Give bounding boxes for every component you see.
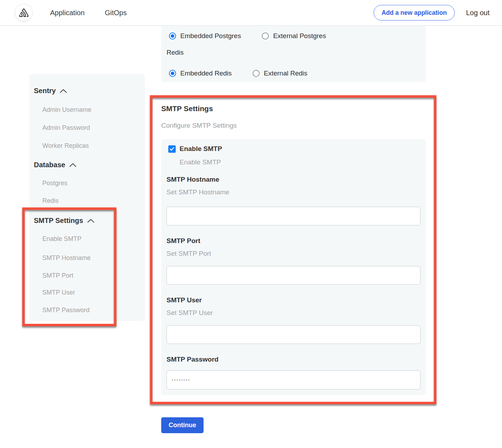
sidebar-group-database[interactable]: Database (34, 161, 77, 169)
sentry-logo-icon (19, 8, 29, 17)
smtp-password-label: SMTP Password (167, 356, 218, 363)
nav-application[interactable]: Application (50, 0, 85, 25)
sidebar-item-worker-replicas[interactable]: Worker Replicas (42, 142, 89, 150)
smtp-hostname-input[interactable] (167, 207, 421, 225)
redis-radio-group: Embedded Redis External Redis (169, 69, 307, 78)
smtp-section-title: SMTP Settings (161, 104, 213, 113)
smtp-hostname-label: SMTP Hostname (167, 176, 219, 183)
sidebar-item-postgres[interactable]: Postgres (42, 180, 67, 187)
smtp-port-helper: Set SMTP Port (167, 250, 211, 258)
embedded-postgres-radio[interactable] (169, 32, 176, 40)
sidebar-group-smtp-label: SMTP Settings (34, 217, 83, 225)
page: Application GitOps Add a new application… (0, 0, 502, 448)
sidebar-item-admin-username[interactable]: Admin Username (42, 106, 91, 114)
smtp-user-label: SMTP User (167, 296, 202, 304)
smtp-port-label: SMTP Port (167, 237, 200, 245)
smtp-settings-card: Enable SMTP Enable SMTP SMTP Hostname Se… (161, 139, 426, 395)
enable-smtp-helper: Enable SMTP (180, 158, 221, 166)
logout-link[interactable]: Log out (466, 0, 490, 25)
smtp-password-input[interactable] (167, 370, 421, 389)
chevron-up-icon (87, 219, 95, 223)
nav-gitops[interactable]: GitOps (105, 0, 127, 25)
smtp-section-subtitle: Configure SMTP Settings (161, 122, 237, 129)
sidebar-item-redis[interactable]: Redis (42, 197, 59, 205)
smtp-hostname-helper: Set SMTP Hostname (167, 188, 229, 196)
database-config-card: Embedded Postgres External Postgres Redi… (161, 26, 426, 82)
embedded-redis-label[interactable]: Embedded Redis (180, 69, 232, 77)
redis-group-label: Redis (167, 49, 184, 56)
sidebar-item-smtp-user[interactable]: SMTP User (42, 289, 75, 296)
sidebar-item-smtp-password[interactable]: SMTP Password (42, 307, 90, 314)
sidebar-item-smtp-hostname[interactable]: SMTP Hostname (42, 254, 91, 262)
add-new-application-button[interactable]: Add a new application (374, 5, 455, 20)
sidebar-item-enable-smtp[interactable]: Enable SMTP (42, 235, 81, 243)
checkmark-icon (170, 147, 174, 151)
top-nav-bar: Application GitOps Add a new application… (0, 0, 502, 26)
app-logo[interactable] (15, 4, 32, 22)
postgres-radio-group: Embedded Postgres External Postgres (169, 32, 326, 40)
sidebar-group-sentry-label: Sentry (34, 87, 56, 95)
enable-smtp-checkbox[interactable] (168, 145, 176, 153)
continue-button[interactable]: Continue (161, 417, 204, 433)
external-postgres-radio[interactable] (262, 32, 269, 40)
smtp-port-input[interactable] (167, 266, 421, 285)
external-redis-label[interactable]: External Redis (264, 69, 308, 77)
sidebar-group-database-label: Database (34, 161, 65, 169)
external-redis-radio[interactable] (253, 70, 260, 77)
embedded-redis-radio[interactable] (169, 70, 176, 77)
sidebar-item-admin-password[interactable]: Admin Password (42, 124, 90, 132)
external-postgres-label[interactable]: External Postgres (273, 32, 326, 40)
sidebar-group-smtp-settings[interactable]: SMTP Settings (34, 217, 95, 225)
enable-smtp-label[interactable]: Enable SMTP (180, 145, 222, 153)
embedded-postgres-label[interactable]: Embedded Postgres (180, 32, 241, 40)
smtp-user-input[interactable] (167, 325, 421, 344)
sidebar-item-smtp-port[interactable]: SMTP Port (42, 272, 73, 279)
chevron-up-icon (60, 89, 67, 93)
sidebar-group-sentry[interactable]: Sentry (34, 87, 67, 95)
smtp-user-helper: Set SMTP User (167, 309, 213, 317)
chevron-up-icon (69, 163, 77, 167)
